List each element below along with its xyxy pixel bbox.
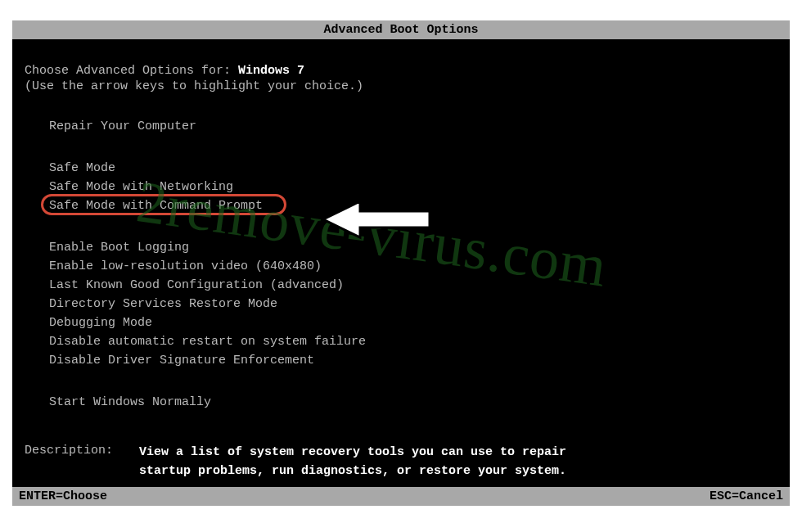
menu-item-label: Safe Mode with Command Prompt bbox=[49, 199, 263, 213]
footer-enter: ENTER=Choose bbox=[19, 489, 107, 503]
menu-item-low-res[interactable]: Enable low-resolution video (640x480) bbox=[49, 258, 777, 275]
arrow-keys-hint: (Use the arrow keys to highlight your ch… bbox=[25, 79, 777, 93]
menu-item-ds-restore[interactable]: Directory Services Restore Mode bbox=[49, 295, 777, 313]
description-line-2: startup problems, run diagnostics, or re… bbox=[139, 462, 566, 481]
menu-item-safe-mode-cmd[interactable]: Safe Mode with Command Prompt bbox=[49, 197, 777, 214]
os-name: Windows 7 bbox=[238, 64, 304, 78]
menu-item-start-normally[interactable]: Start Windows Normally bbox=[49, 394, 777, 411]
menu-item-last-known-good[interactable]: Last Known Good Configuration (advanced) bbox=[49, 277, 777, 294]
menu-item-debugging[interactable]: Debugging Mode bbox=[49, 314, 777, 331]
footer-bar: ENTER=Choose ESC=Cancel bbox=[12, 487, 790, 506]
description-label: Description: bbox=[25, 444, 139, 480]
menu-item-safe-mode[interactable]: Safe Mode bbox=[49, 160, 777, 177]
screen-title: Advanced Boot Options bbox=[323, 23, 478, 37]
boot-screen: Advanced Boot Options Choose Advanced Op… bbox=[12, 20, 790, 506]
title-bar: Advanced Boot Options bbox=[12, 20, 790, 39]
intro-prefix: Choose Advanced Options for: bbox=[25, 64, 238, 78]
menu-item-disable-driver-sig[interactable]: Disable Driver Signature Enforcement bbox=[49, 352, 777, 369]
intro-line: Choose Advanced Options for: Windows 7 bbox=[25, 64, 777, 78]
description-section: Description: View a list of system recov… bbox=[25, 444, 777, 480]
menu-item-boot-logging[interactable]: Enable Boot Logging bbox=[49, 239, 777, 256]
boot-menu[interactable]: Repair Your Computer Safe Mode Safe Mode… bbox=[25, 118, 777, 411]
footer-esc: ESC=Cancel bbox=[710, 489, 783, 503]
menu-item-disable-restart[interactable]: Disable automatic restart on system fail… bbox=[49, 333, 777, 350]
content-area: Choose Advanced Options for: Windows 7 (… bbox=[12, 39, 790, 480]
description-line-1: View a list of system recovery tools you… bbox=[139, 444, 566, 462]
description-text: View a list of system recovery tools you… bbox=[139, 444, 566, 480]
menu-item-safe-mode-networking[interactable]: Safe Mode with Networking bbox=[49, 178, 777, 196]
menu-item-repair[interactable]: Repair Your Computer bbox=[49, 118, 777, 135]
